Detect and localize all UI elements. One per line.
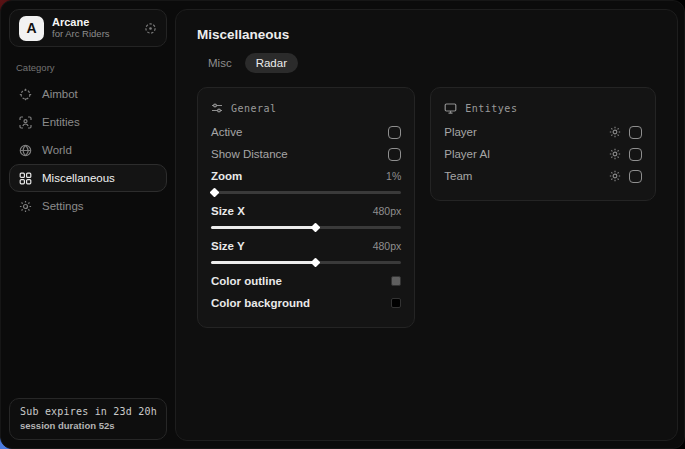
sidebar-item-world[interactable]: World <box>9 136 167 164</box>
sidebar-item-aimbot[interactable]: Aimbot <box>9 80 167 108</box>
gear-icon[interactable] <box>609 126 621 138</box>
sidebar-item-miscellaneous[interactable]: Miscellaneous <box>9 164 167 192</box>
sidebar-item-label: Settings <box>42 200 84 212</box>
color-background-label: Color background <box>211 297 310 309</box>
slider-fill <box>211 226 316 229</box>
color-outline-label: Color outline <box>211 275 282 287</box>
slider-thumb[interactable] <box>310 258 320 268</box>
entity-row-player-ai: Player AI <box>444 143 642 165</box>
color-background-row: Color background <box>211 292 401 314</box>
subscription-card: Sub expires in 23d 20h session duration … <box>9 398 167 440</box>
size-x-label: Size X <box>211 205 245 217</box>
tab-bar: Misc Radar <box>197 53 656 73</box>
color-background-swatch[interactable] <box>391 298 401 308</box>
app-avatar: A <box>19 16 44 41</box>
color-outline-swatch[interactable] <box>391 276 401 286</box>
entity-checkbox[interactable] <box>629 148 642 161</box>
color-outline-row: Color outline <box>211 270 401 292</box>
entity-label: Player <box>444 126 477 138</box>
slider-track <box>211 191 401 194</box>
grid-icon <box>19 172 32 185</box>
radar-content: General Active Show Distance Zoom 1% <box>197 87 656 328</box>
sidebar-item-entities[interactable]: Entities <box>9 108 167 136</box>
crosshair-icon <box>19 88 32 101</box>
app-name: Arcane <box>52 16 136 29</box>
logo-card: A Arcane for Arc Riders <box>9 9 167 47</box>
sidebar-item-label: Entities <box>42 116 80 128</box>
gear-icon[interactable] <box>609 148 621 160</box>
target-icon[interactable] <box>144 22 157 35</box>
app-subtitle: for Arc Riders <box>52 29 136 40</box>
sidebar-nav: Aimbot Entities <box>9 80 167 220</box>
scan-icon <box>19 116 32 129</box>
slider-thumb[interactable] <box>310 223 320 233</box>
show-distance-label: Show Distance <box>211 148 288 160</box>
active-label: Active <box>211 126 242 138</box>
size-y-label: Size Y <box>211 240 245 252</box>
gear-icon[interactable] <box>609 170 621 182</box>
sidebar-item-label: Miscellaneous <box>42 172 115 184</box>
sidebar-item-label: Aimbot <box>42 88 78 100</box>
sliders-icon <box>211 102 223 114</box>
entities-card: Entityes Player P <box>430 87 656 201</box>
slider-thumb[interactable] <box>210 188 220 198</box>
sidebar-item-label: World <box>42 144 72 156</box>
zoom-value: 1% <box>386 170 401 182</box>
zoom-slider[interactable] <box>211 188 401 197</box>
logo-text: Arcane for Arc Riders <box>52 16 136 40</box>
size-y-value: 480px <box>373 240 402 252</box>
entities-card-header: Entityes <box>444 99 642 117</box>
entity-row-team: Team <box>444 165 642 187</box>
main-panel: Miscellaneous Misc Radar General <box>175 9 678 441</box>
general-card: General Active Show Distance Zoom 1% <box>197 87 415 328</box>
sidebar-item-settings[interactable]: Settings <box>9 192 167 220</box>
slider-fill <box>211 261 316 264</box>
general-card-header: General <box>211 99 401 117</box>
size-x-value: 480px <box>373 205 402 217</box>
size-x-row: Size X 480px <box>211 200 401 222</box>
page-title: Miscellaneous <box>197 27 656 42</box>
entity-label: Player AI <box>444 148 490 160</box>
zoom-label: Zoom <box>211 170 242 182</box>
size-y-slider[interactable] <box>211 258 401 267</box>
tab-misc[interactable]: Misc <box>197 53 243 73</box>
sidebar: A Arcane for Arc Riders Category <box>1 1 175 448</box>
globe-icon <box>19 144 32 157</box>
gear-icon <box>19 200 32 213</box>
size-y-row: Size Y 480px <box>211 235 401 257</box>
active-checkbox[interactable] <box>388 126 401 139</box>
monitor-icon <box>444 102 457 115</box>
sub-expiry-text: Sub expires in 23d 20h <box>20 406 156 417</box>
tab-radar[interactable]: Radar <box>245 53 298 73</box>
session-duration-text: session duration 52s <box>20 420 156 431</box>
show-distance-row: Show Distance <box>211 143 401 165</box>
active-row: Active <box>211 121 401 143</box>
size-x-slider[interactable] <box>211 223 401 232</box>
app-window: A Arcane for Arc Riders Category <box>0 0 685 449</box>
entity-checkbox[interactable] <box>629 170 642 183</box>
category-label: Category <box>16 62 160 73</box>
general-card-title: General <box>231 103 277 114</box>
entity-label: Team <box>444 170 472 182</box>
entities-card-title: Entityes <box>465 103 517 114</box>
entity-row-player: Player <box>444 121 642 143</box>
show-distance-checkbox[interactable] <box>388 148 401 161</box>
zoom-row: Zoom 1% <box>211 165 401 187</box>
entity-checkbox[interactable] <box>629 126 642 139</box>
